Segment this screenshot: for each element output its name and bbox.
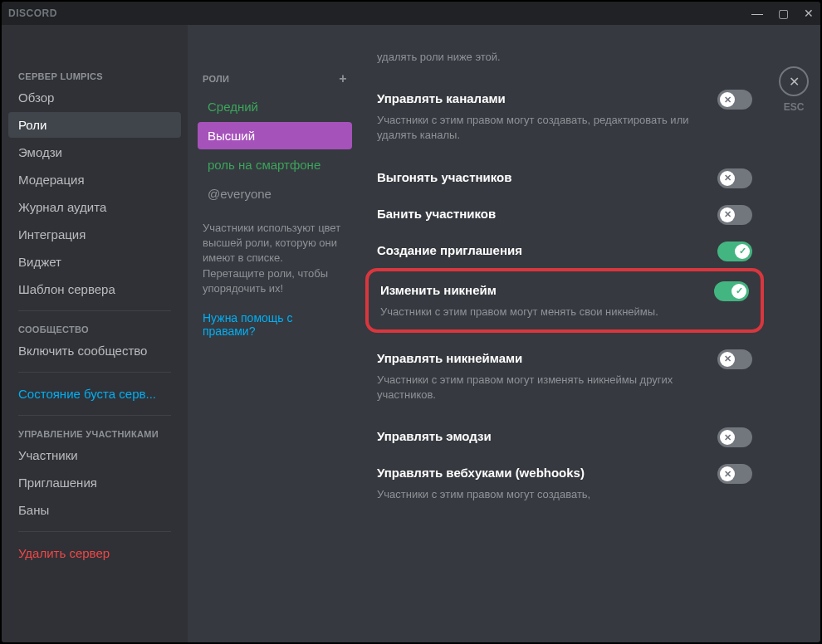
esc-column: ✕ ESC [767,25,820,642]
role-item[interactable]: Средний [198,93,352,120]
roles-list-panel: РОЛИ + СреднийВысшийроль на смартфоне@ev… [188,25,362,642]
permission-block: Создание приглашения [377,228,752,265]
permission-toggle[interactable] [717,242,752,261]
settings-sidebar: СЕРВЕР LUMPICS ОбзорРолиЭмодзиМодерацияЖ… [2,25,188,642]
permission-row: Управлять никнеймами [377,336,752,373]
cross-icon [720,171,735,186]
permission-block: Банить участников [377,192,752,228]
community-section-header: СООБЩЕСТВО [8,320,181,338]
app-name: DISCORD [8,7,57,19]
permission-toggle[interactable] [717,464,752,484]
roles-help-text: Участники используют цвет высшей роли, к… [198,209,352,296]
nav-item[interactable]: Приглашения [8,470,181,495]
permission-description: Участники с этим правом могут изменять н… [377,373,752,414]
nav-enable-community[interactable]: Включить сообщество [8,338,181,363]
permission-title: Управлять вебхуками (webhooks) [377,466,585,480]
minimize-button[interactable]: — [751,7,763,20]
permission-toggle[interactable] [717,90,752,110]
roles-help-link[interactable]: Нужна помощь с правами? [198,296,352,338]
permission-title: Банить участников [377,207,496,221]
titlebar: DISCORD — ▢ ✕ [2,2,820,25]
divider [18,372,171,373]
cross-icon [720,207,735,222]
nav-item[interactable]: Журнал аудита [8,194,181,220]
permission-title: Управлять каналами [377,91,506,105]
permission-row: Изменить никнейм [380,278,749,305]
maximize-button[interactable]: ▢ [778,7,789,20]
permission-block: удалять роли ниже этой. [377,50,752,76]
nav-boost-status[interactable]: Состояние буста серв... [8,381,181,407]
permissions-panel: удалять роли ниже этой.Управлять каналам… [362,25,767,642]
nav-item[interactable]: Баны [8,497,181,523]
permission-title: Выгонять участников [377,170,511,184]
nav-delete-server[interactable]: Удалить сервер [8,540,181,566]
member-mgmt-section-header: УПРАВЛЕНИЕ УЧАСТНИКАМИ [8,424,181,442]
permission-block: Управлять эмодзи [377,414,752,451]
permission-title: Управлять никнеймами [377,351,522,365]
close-button[interactable]: ✕ [804,7,814,20]
permission-block: Управлять никнеймамиУчастники с этим пра… [377,336,752,414]
roles-header: РОЛИ + [198,66,352,93]
permission-row: Выгонять участников [377,155,752,192]
permission-block: Управлять каналамиУчастники с этим право… [377,76,752,154]
check-icon [735,244,750,259]
close-settings-button[interactable]: ✕ [779,66,809,96]
permission-toggle[interactable] [717,168,752,188]
permission-block: Выгонять участников [377,155,752,192]
permission-row: Создание приглашения [377,228,752,265]
role-item[interactable]: Высший [198,122,352,149]
permission-description: Участники с этим правом могут создавать, [377,487,752,514]
permission-block: Управлять вебхуками (webhooks)Участники … [377,451,752,514]
permission-highlighted: Изменить никнеймУчастники с этим правом … [365,268,764,333]
permission-title: Управлять эмодзи [377,429,492,443]
permission-description: Участники с этим правом могут создавать,… [377,113,752,154]
window-controls: — ▢ ✕ [751,7,814,20]
divider [18,415,171,416]
cross-icon [720,92,735,107]
add-role-icon[interactable]: + [339,71,347,86]
permission-toggle[interactable] [717,349,752,369]
nav-item[interactable]: Модерация [8,167,181,193]
esc-label: ESC [767,101,820,113]
nav-item[interactable]: Шаблон сервера [8,276,181,302]
permission-title: Изменить никнейм [380,283,497,297]
cross-icon [720,466,735,481]
nav-item[interactable]: Интеграция [8,222,181,247]
server-section-header: СЕРВЕР LUMPICS [8,66,181,85]
roles-header-label: РОЛИ [203,74,229,84]
role-item[interactable]: @everyone [198,180,352,207]
nav-item[interactable]: Виджет [8,249,181,275]
permission-description: удалять роли ниже этой. [377,50,752,76]
cross-icon [720,430,735,445]
permission-description: Участники с этим правом могут менять сво… [380,305,749,328]
check-icon [731,284,746,299]
divider [18,310,171,311]
nav-item[interactable]: Обзор [8,85,181,110]
divider [18,531,171,532]
permission-title: Создание приглашения [377,243,522,257]
cross-icon [720,352,735,367]
permission-toggle[interactable] [714,281,749,301]
permission-toggle[interactable] [717,205,752,225]
role-item[interactable]: роль на смартфоне [198,151,352,178]
permission-row: Управлять каналами [377,76,752,113]
nav-item[interactable]: Участники [8,442,181,468]
permission-row: Управлять вебхуками (webhooks) [377,451,752,487]
nav-item[interactable]: Роли [8,112,181,138]
permission-row: Банить участников [377,192,752,228]
nav-item[interactable]: Эмодзи [8,139,181,165]
permission-toggle[interactable] [717,427,752,447]
permission-row: Управлять эмодзи [377,414,752,451]
